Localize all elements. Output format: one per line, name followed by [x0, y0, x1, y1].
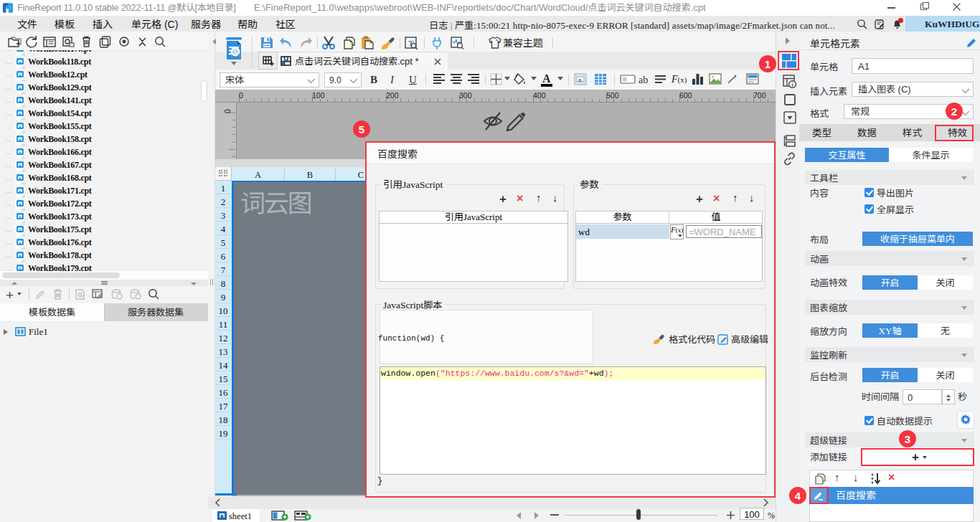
svg-text:a: a	[578, 77, 582, 83]
